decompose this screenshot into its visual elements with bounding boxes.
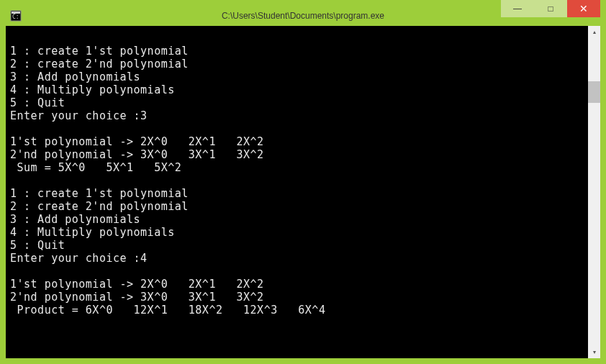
window-title: C:\Users\Student\Documents\program.exe (222, 11, 384, 21)
close-button[interactable]: ✕ (567, 0, 600, 17)
scroll-track[interactable] (588, 38, 600, 346)
maximize-button[interactable]: □ (534, 0, 567, 17)
scroll-up-arrow[interactable]: ▴ (588, 26, 600, 38)
titlebar[interactable]: C: C:\Users\Student\Documents\program.ex… (6, 6, 600, 26)
scroll-down-arrow[interactable]: ▾ (588, 346, 600, 358)
scroll-thumb[interactable] (588, 81, 600, 103)
console-window: C: C:\Users\Student\Documents\program.ex… (0, 0, 606, 364)
console-area: 1 : create 1'st polynomial 2 : create 2'… (6, 26, 600, 358)
app-icon: C: (9, 9, 23, 23)
svg-text:C:: C: (12, 14, 19, 20)
window-controls: — □ ✕ (501, 0, 600, 20)
minimize-button[interactable]: — (501, 0, 534, 17)
console-output: 1 : create 1'st polynomial 2 : create 2'… (6, 26, 588, 358)
vertical-scrollbar[interactable]: ▴ ▾ (588, 26, 600, 358)
